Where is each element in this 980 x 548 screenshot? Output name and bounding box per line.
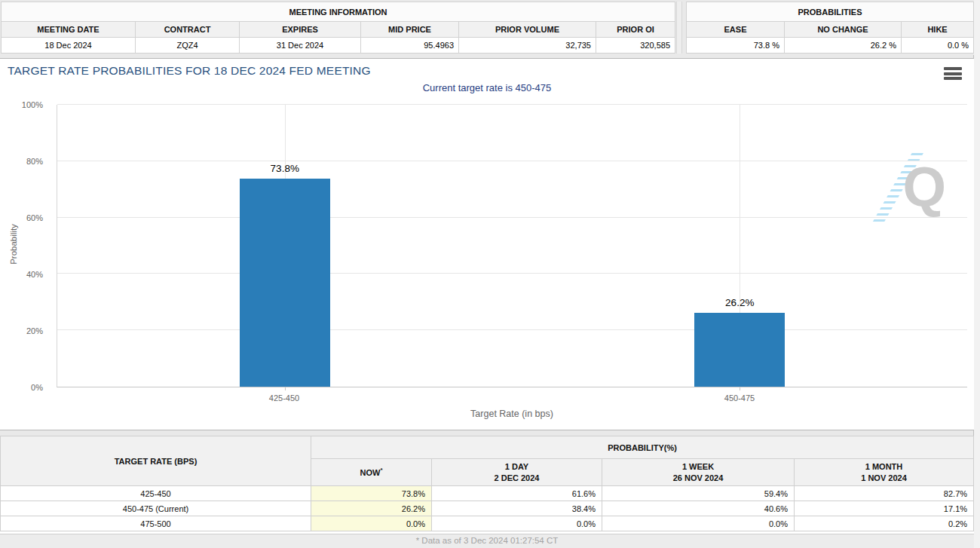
y-tick-label: 80%: [0, 157, 50, 166]
fedwatch-page: MEETING INFORMATION MEETING DATE CONTRAC…: [0, 0, 974, 548]
contract-value: ZQZ4: [136, 38, 240, 54]
week-value: 40.6%: [602, 501, 795, 516]
y-tick-label: 60%: [0, 213, 50, 222]
plot-area: Q 73.8%26.2%: [57, 105, 967, 387]
table-row: 450-475 (Current) 26.2% 38.4% 40.6% 17.1…: [1, 501, 974, 516]
rate-range: 425-450: [1, 486, 311, 501]
table-row: 475-500 0.0% 0.0% 0.0% 0.2%: [1, 516, 974, 531]
col-contract: CONTRACT: [136, 22, 240, 38]
bar-data-label: 73.8%: [271, 163, 299, 174]
x-axis-labels: 425-450450-475: [57, 393, 967, 406]
y-gridline: [57, 217, 967, 218]
col-hike: HIKE: [902, 22, 974, 38]
prior-volume-value: 32,735: [459, 38, 596, 54]
month-value: 0.2%: [795, 516, 974, 531]
y-tick-label: 40%: [0, 270, 50, 279]
hike-value: 0.0 %: [902, 38, 974, 54]
rate-range: 450-475 (Current): [1, 501, 311, 516]
y-tick-label: 0%: [0, 383, 50, 392]
now-value: 26.2%: [311, 501, 432, 516]
day-value: 0.0%: [432, 516, 602, 531]
target-rate-chart: TARGET RATE PROBABILITIES FOR 18 DEC 202…: [0, 58, 974, 430]
quikstrike-q-icon: Q: [902, 155, 946, 219]
col-expires: EXPIRES: [240, 22, 361, 38]
month-value: 17.1%: [795, 501, 974, 516]
expires-value: 31 Dec 2024: [240, 38, 361, 54]
probability-group-header: PROBABILITY(%): [311, 436, 974, 459]
col-no-change: NO CHANGE: [785, 22, 902, 38]
x-tick-label: 425-450: [269, 393, 299, 403]
quikstrike-watermark: Q: [871, 155, 946, 224]
x-axis-tick: [740, 387, 740, 390]
chart-subtitle: Current target rate is 450-475: [0, 82, 974, 93]
y-gridline: [57, 329, 967, 330]
col-ease: EASE: [687, 22, 785, 38]
y-axis-title: Probability: [9, 210, 18, 278]
col-mid-price: MID PRICE: [361, 22, 459, 38]
probabilities-title: PROBABILITIES: [687, 2, 974, 22]
table-row: 425-450 73.8% 61.6% 59.4% 82.7%: [1, 486, 974, 501]
target-rate-bps-header: TARGET RATE (BPS): [1, 436, 311, 486]
probabilities-data-row: 73.8 % 26.2 % 0.0 %: [687, 38, 974, 54]
week-value: 59.4%: [602, 486, 795, 501]
now-value: 73.8%: [311, 486, 432, 501]
x-tick-label: 450-475: [724, 393, 755, 403]
col-1-month: 1 MONTH1 NOV 2024: [795, 459, 974, 486]
col-prior-oi: PRIOR OI: [596, 22, 675, 38]
mid-price-value: 95.4963: [361, 38, 459, 54]
month-value: 82.7%: [795, 486, 974, 501]
y-gridline: [57, 273, 967, 274]
now-asterisk: *: [380, 467, 382, 473]
y-tick-label: 100%: [0, 100, 50, 109]
probabilities-table: PROBABILITIES EASE NO CHANGE HIKE 73.8 %…: [686, 2, 974, 54]
data-as-of-footnote: * Data as of 3 Dec 2024 01:27:54 CT: [0, 534, 974, 548]
probability-history-table: TARGET RATE (BPS) PROBABILITY(%) NOW* 1 …: [0, 436, 974, 531]
col-1-week: 1 WEEK26 NOV 2024: [602, 459, 795, 486]
y-gridline: [57, 104, 967, 105]
y-gridline: [57, 161, 967, 161]
ease-value: 73.8 %: [687, 38, 785, 54]
rate-range: 475-500: [1, 516, 311, 531]
x-axis-tick: [285, 387, 286, 390]
col-prior-volume: PRIOR VOLUME: [459, 22, 596, 38]
y-axis-labels: 0%20%40%60%80%100%: [0, 105, 50, 387]
day-value: 61.6%: [432, 486, 602, 501]
chart-title: TARGET RATE PROBABILITIES FOR 18 DEC 202…: [8, 64, 371, 78]
panel-divider: [676, 2, 682, 54]
col-1-day: 1 DAY2 DEC 2024: [432, 459, 602, 486]
probability-bar-425-450[interactable]: [240, 179, 330, 387]
bar-data-label: 26.2%: [725, 297, 754, 308]
probability-history-section: TARGET RATE (BPS) PROBABILITY(%) NOW* 1 …: [0, 436, 974, 548]
prior-oi-value: 320,585: [596, 38, 675, 54]
probability-bar-450-475[interactable]: [694, 313, 785, 387]
meeting-information-table: MEETING INFORMATION MEETING DATE CONTRAC…: [1, 2, 675, 54]
no-change-value: 26.2 %: [785, 38, 902, 54]
col-now: NOW*: [311, 459, 432, 486]
meeting-information-data-row: 18 Dec 2024 ZQZ4 31 Dec 2024 95.4963 32,…: [2, 38, 675, 54]
meeting-information-header-row: MEETING DATE CONTRACT EXPIRES MID PRICE …: [2, 22, 675, 38]
col-meeting-date: MEETING DATE: [2, 22, 136, 38]
meeting-information-title: MEETING INFORMATION: [2, 2, 675, 22]
chart-export-menu-icon[interactable]: [944, 67, 962, 81]
now-value: 0.0%: [311, 516, 432, 531]
x-axis-title: Target Rate (in bps): [57, 409, 967, 419]
week-value: 0.0%: [602, 516, 795, 531]
y-tick-label: 20%: [0, 326, 50, 335]
meeting-date-value: 18 Dec 2024: [2, 38, 136, 54]
probabilities-header-row: EASE NO CHANGE HIKE: [687, 22, 974, 38]
day-value: 38.4%: [432, 501, 602, 516]
top-summary-section: MEETING INFORMATION MEETING DATE CONTRAC…: [0, 0, 974, 55]
